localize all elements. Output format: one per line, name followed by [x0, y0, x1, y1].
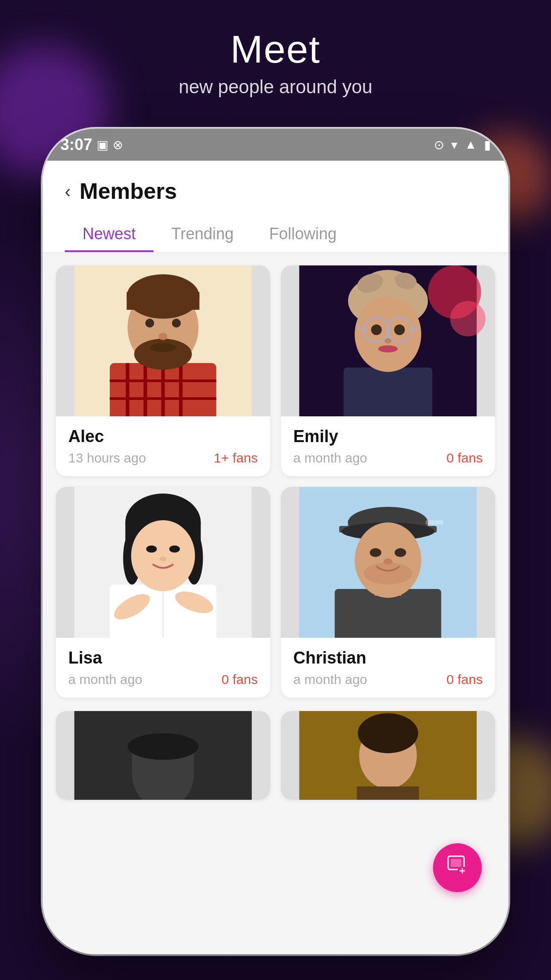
- member-avatar-lisa: [56, 487, 270, 638]
- status-icons-right: ⊙ ▾ ▲ ▮: [434, 138, 491, 152]
- svg-point-15: [150, 343, 177, 352]
- svg-point-43: [131, 520, 195, 591]
- svg-point-31: [394, 324, 405, 335]
- sim-card-icon: ▣: [97, 138, 108, 152]
- tab-newest[interactable]: Newest: [65, 217, 153, 252]
- member-fans-lisa: 0 fans: [221, 672, 258, 687]
- member-card-body-christian: Christian a month ago 0 fans: [281, 638, 495, 698]
- members-grid-partial: [43, 711, 508, 813]
- svg-rect-10: [127, 292, 200, 310]
- svg-rect-19: [344, 368, 433, 416]
- svg-point-13: [172, 319, 181, 328]
- hero-section: Meet new people around you: [0, 27, 551, 98]
- member-card-partial-1[interactable]: [56, 711, 270, 800]
- member-name-emily: Emily: [293, 427, 483, 446]
- member-card-partial-2[interactable]: [281, 711, 495, 800]
- back-button[interactable]: ‹: [65, 182, 71, 202]
- nav-header: ‹ Members: [65, 178, 486, 204]
- member-avatar-christian: [281, 487, 495, 638]
- member-name-alec: Alec: [68, 427, 258, 446]
- member-card-alec[interactable]: Alec 13 hours ago 1+ fans: [56, 265, 270, 476]
- svg-point-58: [395, 548, 406, 557]
- member-fans-alec: 1+ fans: [214, 450, 258, 466]
- svg-point-30: [371, 324, 382, 335]
- svg-point-18: [450, 301, 486, 336]
- member-fans-emily: 0 fans: [446, 450, 483, 466]
- member-meta-alec: 13 hours ago 1+ fans: [68, 450, 258, 466]
- location-icon: ⊙: [434, 138, 444, 152]
- member-avatar-alec: [56, 265, 270, 416]
- member-card-body-lisa: Lisa a month ago 0 fans: [56, 638, 270, 698]
- svg-point-63: [128, 733, 199, 760]
- no-disturb-icon: ⊗: [113, 138, 123, 152]
- app-content: ‹ Members Newest Trending Following: [43, 161, 508, 954]
- members-grid: Alec 13 hours ago 1+ fans: [43, 252, 508, 711]
- member-fans-christian: 0 fans: [446, 672, 483, 687]
- member-meta-lisa: a month ago 0 fans: [68, 672, 258, 687]
- svg-rect-66: [357, 786, 419, 800]
- svg-point-56: [364, 562, 413, 585]
- member-time-lisa: a month ago: [68, 672, 142, 687]
- member-time-alec: 13 hours ago: [68, 450, 146, 466]
- nav-bar: ‹ Members Newest Trending Following: [43, 161, 508, 252]
- status-bar: 3:07 ▣ ⊗ ⊙ ▾ ▲ ▮: [43, 129, 508, 161]
- svg-point-57: [370, 548, 382, 557]
- svg-point-44: [146, 545, 157, 553]
- svg-rect-53: [426, 520, 444, 525]
- member-time-christian: a month ago: [293, 672, 367, 687]
- member-card-body-alec: Alec 13 hours ago 1+ fans: [56, 416, 270, 476]
- hero-subtitle: new people around you: [0, 76, 551, 98]
- member-card-lisa[interactable]: Lisa a month ago 0 fans: [56, 487, 270, 698]
- member-meta-christian: a month ago 0 fans: [293, 672, 483, 687]
- tab-bar: Newest Trending Following: [65, 217, 486, 252]
- svg-point-67: [358, 713, 418, 753]
- compose-icon: [446, 854, 468, 881]
- member-name-christian: Christian: [293, 648, 483, 668]
- member-avatar-partial-2: [281, 711, 495, 800]
- member-card-emily[interactable]: Emily a month ago 0 fans: [281, 265, 495, 476]
- member-name-lisa: Lisa: [68, 648, 258, 668]
- phone-frame: 3:07 ▣ ⊗ ⊙ ▾ ▲ ▮ ‹ Members Newest Trendi…: [43, 129, 508, 954]
- member-card-christian[interactable]: Christian a month ago 0 fans: [281, 487, 495, 698]
- svg-point-32: [385, 338, 392, 344]
- svg-point-59: [384, 558, 393, 565]
- wifi-icon: ▾: [451, 138, 457, 152]
- fab-button[interactable]: [433, 843, 482, 892]
- hero-title: Meet: [0, 27, 551, 72]
- status-time: 3:07: [60, 135, 92, 154]
- svg-point-46: [160, 557, 167, 561]
- svg-point-12: [146, 319, 154, 328]
- tab-following[interactable]: Following: [252, 217, 354, 252]
- member-card-body-emily: Emily a month ago 0 fans: [281, 416, 495, 476]
- member-avatar-partial-1: [56, 711, 270, 800]
- member-meta-emily: a month ago 0 fans: [293, 450, 483, 466]
- member-avatar-emily: [281, 265, 495, 416]
- member-time-emily: a month ago: [293, 450, 367, 466]
- svg-rect-69: [451, 859, 461, 867]
- page-title: Members: [79, 178, 177, 204]
- signal-icon: ▲: [464, 138, 477, 152]
- svg-point-45: [169, 545, 180, 553]
- svg-point-33: [378, 345, 398, 352]
- tab-trending[interactable]: Trending: [153, 217, 252, 252]
- svg-point-14: [159, 333, 168, 340]
- status-left: 3:07 ▣ ⊗: [60, 135, 123, 154]
